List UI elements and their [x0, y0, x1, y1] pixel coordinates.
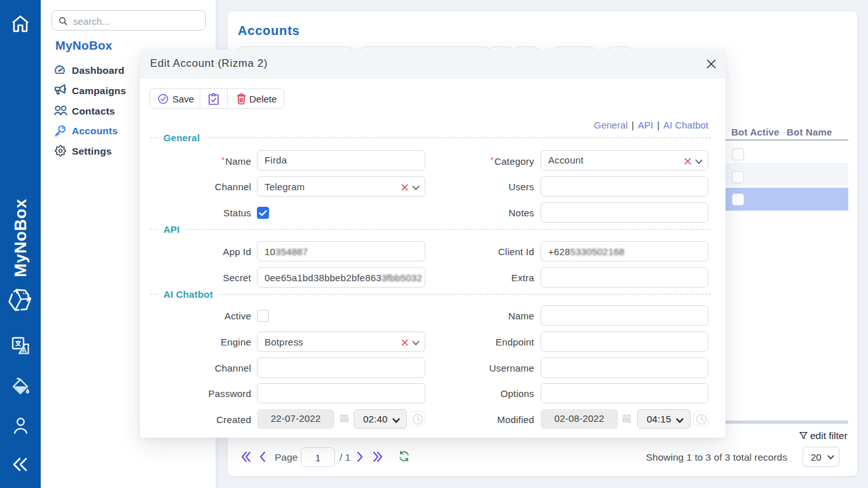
svg-text:A: A	[22, 346, 27, 354]
